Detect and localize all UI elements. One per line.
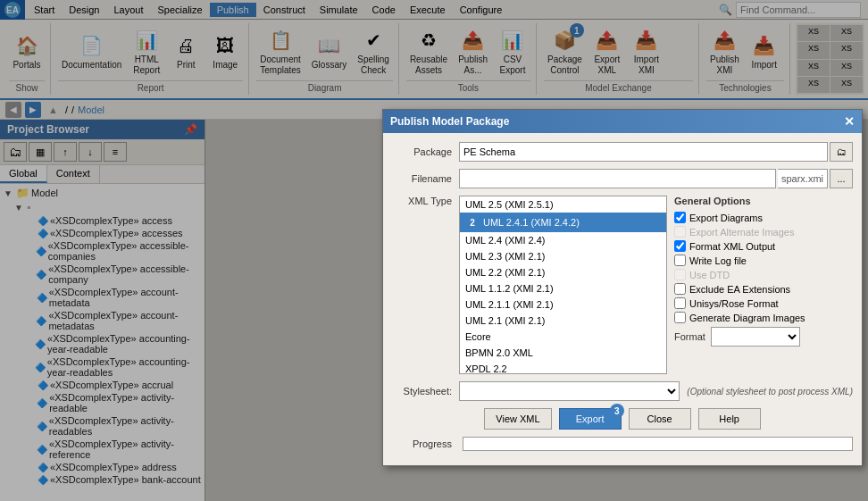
- format-select[interactable]: [711, 327, 800, 347]
- checkbox-0[interactable]: [674, 212, 686, 223]
- filename-row: Filename sparx.xmi ...: [392, 169, 853, 188]
- dialog-title: Publish Model Package: [390, 115, 509, 128]
- checkbox-item-6: Unisys/Rose Format: [674, 297, 853, 309]
- filename-input-group: sparx.xmi ...: [459, 169, 853, 188]
- xml-option-10[interactable]: XPDL 2.2: [460, 361, 666, 374]
- help-button[interactable]: Help: [698, 408, 761, 430]
- package-label: Package: [392, 146, 459, 157]
- checkbox-label-4: Use DTD: [689, 270, 730, 280]
- progress-row: Progress: [392, 437, 853, 451]
- checkbox-item-1: Export Alternate Images: [674, 226, 853, 238]
- checkbox-item-7: Generate Diagram Images: [674, 312, 853, 323]
- xml-type-row: XML Type UML 2.5 (XMI 2.5.1)2UML 2.4.1 (…: [392, 196, 853, 374]
- xml-option-7[interactable]: UML 2.1 (XMI 2.1): [460, 313, 666, 329]
- xml-option-8[interactable]: Ecore: [460, 329, 666, 345]
- package-browse-button[interactable]: 🗂: [830, 142, 853, 162]
- close-button[interactable]: Close: [629, 408, 691, 430]
- dialog-titlebar: Publish Model Package ✕: [383, 110, 862, 133]
- filename-browse-button[interactable]: ...: [830, 169, 853, 188]
- checkbox-4: [674, 269, 686, 280]
- xml-option-3[interactable]: UML 2.3 (XMI 2.1): [460, 248, 666, 264]
- progress-label: Progress: [392, 438, 459, 449]
- filename-input[interactable]: [459, 169, 776, 188]
- progress-bar: [463, 437, 853, 451]
- xml-select-badge: 2: [465, 215, 480, 230]
- checkbox-item-5: Exclude EA Extensions: [674, 283, 853, 295]
- stylesheet-select[interactable]: [459, 381, 680, 401]
- package-input[interactable]: [459, 142, 828, 162]
- checkbox-6[interactable]: [674, 297, 686, 309]
- general-options-panel: General Options Export DiagramsExport Al…: [674, 196, 853, 347]
- export-step-badge: 3: [610, 404, 624, 418]
- dialog-buttons: View XML 3 Export Close Help: [392, 408, 853, 430]
- xml-option-5[interactable]: UML 1.1.2 (XMI 2.1): [460, 280, 666, 296]
- checkbox-item-3: Write Log file: [674, 255, 853, 266]
- xml-type-list-container: UML 2.5 (XMI 2.5.1)2UML 2.4.1 (XMI 2.4.2…: [459, 196, 667, 374]
- xml-type-section: XML Type UML 2.5 (XMI 2.5.1)2UML 2.4.1 (…: [392, 196, 667, 374]
- checkbox-label-3: Write Log file: [689, 255, 747, 266]
- xml-type-list[interactable]: UML 2.5 (XMI 2.5.1)2UML 2.4.1 (XMI 2.4.2…: [459, 196, 667, 374]
- checkbox-5[interactable]: [674, 283, 686, 295]
- checkbox-7[interactable]: [674, 312, 686, 323]
- filename-label: Filename: [392, 173, 459, 184]
- xml-option-4[interactable]: UML 2.2 (XMI 2.1): [460, 264, 666, 280]
- general-options-title: General Options: [674, 196, 853, 206]
- xml-option-6[interactable]: UML 2.1.1 (XMI 2.1): [460, 296, 666, 313]
- view-xml-button[interactable]: View XML: [484, 408, 551, 430]
- checkbox-label-7: Generate Diagram Images: [689, 313, 805, 323]
- stylesheet-label: Stylesheet:: [392, 386, 459, 397]
- stylesheet-row: Stylesheet: (Optional stylesheet to post…: [392, 381, 853, 401]
- publish-model-package-dialog: Publish Model Package ✕ Package 🗂 Filena…: [382, 109, 863, 466]
- xml-type-label: XML Type: [392, 196, 459, 206]
- checkbox-label-6: Unisys/Rose Format: [689, 298, 779, 309]
- xml-option-0[interactable]: UML 2.5 (XMI 2.5.1): [460, 196, 666, 213]
- checkbox-item-2: Format XML Output: [674, 240, 853, 252]
- checkbox-label-1: Export Alternate Images: [689, 227, 794, 238]
- package-input-group: 🗂: [459, 142, 853, 162]
- checkbox-1: [674, 226, 686, 238]
- dialog-body: Package 🗂 Filename sparx.xmi ... XML Typ…: [383, 133, 862, 465]
- checkbox-2[interactable]: [674, 240, 686, 252]
- stylesheet-hint: (Optional stylesheet to post process XML…: [687, 387, 853, 397]
- checkbox-3[interactable]: [674, 255, 686, 266]
- xml-option-9[interactable]: BPMN 2.0 XML: [460, 345, 666, 361]
- package-row: Package 🗂: [392, 142, 853, 162]
- checkbox-label-2: Format XML Output: [689, 241, 775, 252]
- checkbox-label-5: Exclude EA Extensions: [689, 284, 790, 295]
- export-button[interactable]: 3 Export: [559, 408, 622, 430]
- format-label: Format: [674, 331, 705, 342]
- filename-suffix: sparx.xmi: [778, 169, 828, 188]
- checkbox-item-0: Export Diagrams: [674, 212, 853, 223]
- dialog-close-button[interactable]: ✕: [844, 114, 855, 129]
- checkboxes-container: Export DiagramsExport Alternate ImagesFo…: [674, 212, 853, 323]
- xml-option-1[interactable]: 2UML 2.4.1 (XMI 2.4.2): [460, 213, 666, 232]
- checkbox-item-4: Use DTD: [674, 269, 853, 280]
- xml-option-2[interactable]: UML 2.4 (XMI 2.4): [460, 232, 666, 248]
- format-row: Format: [674, 327, 853, 347]
- checkbox-label-0: Export Diagrams: [689, 213, 763, 223]
